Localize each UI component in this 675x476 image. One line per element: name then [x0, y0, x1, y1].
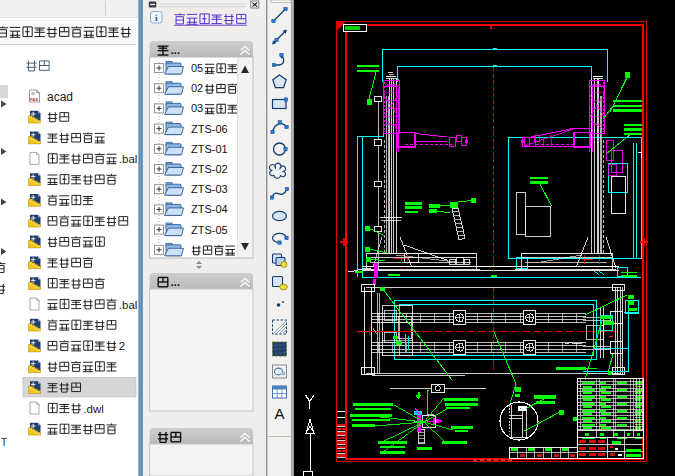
svg-text:A: A	[274, 405, 284, 422]
svg-text:acad: acad	[47, 90, 73, 104]
svg-text:02: 02	[191, 82, 203, 94]
svg-text:2: 2	[119, 340, 125, 352]
svg-text:...: ...	[171, 276, 180, 288]
svg-text:.dwl: .dwl	[83, 403, 103, 415]
svg-text:ZTS-05: ZTS-05	[191, 224, 228, 236]
svg-text:03: 03	[191, 102, 203, 114]
svg-text:.bal: .bal	[119, 299, 138, 311]
svg-text:FAS: FAS	[30, 97, 38, 102]
svg-text:.bal: .bal	[119, 153, 138, 165]
svg-text:ZTS-04: ZTS-04	[191, 203, 228, 215]
svg-text:ZTS-06: ZTS-06	[191, 123, 228, 135]
svg-text:...: ...	[171, 44, 180, 56]
svg-text:ZTS-01: ZTS-01	[191, 143, 228, 155]
svg-text:ZTS-03: ZTS-03	[191, 183, 228, 195]
svg-text:ZTS-02: ZTS-02	[191, 163, 228, 175]
svg-text:05: 05	[191, 62, 203, 74]
svg-text:T: T	[1, 437, 7, 448]
